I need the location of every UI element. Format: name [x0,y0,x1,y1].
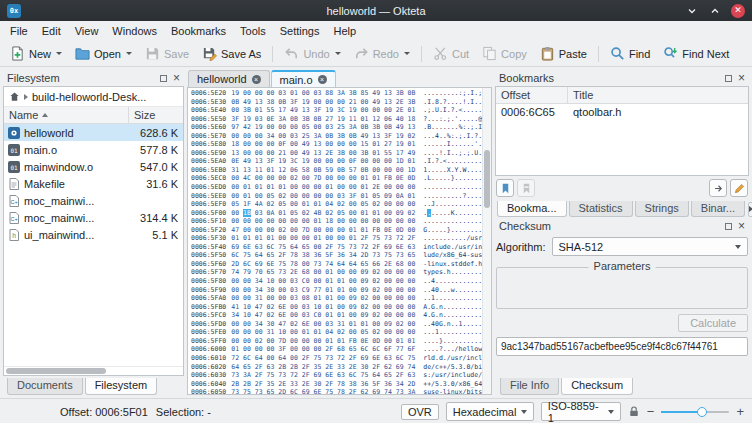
tab-scroll-right-button[interactable] [748,202,752,217]
hex-line[interactable]: 0006:5F4069 6E 63 6C 75 64 65 00 2F 75 7… [191,243,482,252]
char-coding-select[interactable]: ISO-8859-1 [541,402,621,421]
column-header-title[interactable]: Title [568,87,748,103]
hex-line[interactable]: 0006:5F1000 00 00 00 00 00 00 01 18 00 0… [191,217,482,226]
file-row[interactable]: Makefile31.6 K [4,175,183,192]
menu-item-view[interactable]: View [68,23,106,39]
sidetool-tab-0[interactable]: Bookma... [497,201,567,217]
hex-line[interactable]: 0006:5F506C 75 64 65 2F 78 38 36 5F 36 3… [191,251,482,260]
redo-button[interactable]: Redo [348,43,416,64]
hex-line[interactable]: 0006:5E300B 49 13 38 0B 3F 19 00 00 00 2… [191,98,482,107]
rename-bookmark-button[interactable] [730,179,748,197]
checksumtool-tab-0[interactable]: File Info [500,378,559,395]
hex-line[interactable]: 0006:5FA000 00 31 00 00 03 08 01 01 00 0… [191,294,482,303]
tab-close-icon[interactable]: × [252,75,261,84]
add-bookmark-button[interactable] [496,179,514,197]
editor-tab-main.o[interactable]: main.o× [271,70,336,87]
hex-line[interactable]: 0006:5E2019 00 00 00 03 01 00 03 88 3A 3… [191,89,482,98]
hex-line[interactable]: 0006:5EB031 13 11 01 12 06 58 0B 59 0B 5… [191,166,482,175]
hex-line[interactable]: 0006:5EF005 1F 4A 02 05 00 01 01 04 02 0… [191,200,482,209]
home-icon[interactable] [9,91,20,102]
hex-line[interactable]: 0006:5EE000 01 00 05 02 00 00 00 00 03 3… [191,192,482,201]
column-header-size[interactable]: Size [129,107,183,123]
zoom-slider[interactable] [661,404,729,420]
file-row[interactable]: C+moc_mainwi... [4,192,183,209]
float-panel-icon[interactable] [160,75,167,82]
checksumtool-tab-1[interactable]: Checksum [561,378,633,395]
hex-line[interactable]: 0006:5F7074 79 70 65 73 2E 68 00 01 00 0… [191,268,482,277]
hex-line[interactable]: 0006:605073 75 73 65 2D 6C 69 6E 75 78 2… [191,388,482,394]
file-row[interactable]: 01mainwindow.o547.0 K [4,158,183,175]
hex-line[interactable]: 0006:5FC034 10 47 02 6E 00 03 C0 01 01 0… [191,311,482,320]
hex-line[interactable]: 0006:5E7000 00 00 34 00 03 25 3A 0B 3B 0… [191,132,482,141]
close-panel-icon[interactable]: × [738,221,745,231]
hex-line[interactable]: 0006:601072 6C 64 00 64 00 2F 75 73 72 2… [191,354,482,363]
scrollbar-thumb[interactable] [484,150,490,208]
hex-line[interactable]: 0006:5F0000 1B 03 0A 01 05 02 4B 02 05 0… [191,209,482,218]
open-button[interactable]: Open [69,43,138,64]
copy-button[interactable]: Copy [476,43,533,64]
hex-line[interactable]: 0006:603073 3A 2F 75 73 72 2F 69 6E 63 6… [191,371,482,380]
hex-line[interactable]: 0006:5F8000 00 34 10 00 03 C0 00 01 01 0… [191,277,482,286]
sidetool-tab-2[interactable]: Strings [635,201,689,217]
hex-line[interactable]: 0006:5E503F 19 03 0E 3A 0B 3B 0B 27 19 1… [191,115,482,124]
find-button[interactable]: Find [604,43,656,64]
file-row[interactable]: 01main.o577.8 K [4,141,183,158]
hex-line[interactable]: 0006:5F3001 01 01 01 00 00 00 01 00 00 0… [191,234,482,243]
overwrite-mode-button[interactable]: OVR [401,404,439,420]
hex-line[interactable]: 0006:5EA00E 49 13 3F 19 3C 19 00 00 00 0… [191,157,482,166]
menu-item-tools[interactable]: Tools [233,23,273,39]
algorithm-select[interactable]: SHA-512 [552,237,748,256]
hex-line[interactable]: 0006:602064 65 2F 63 2B 2B 2F 35 2E 33 2… [191,363,482,372]
horizontal-scrollbar[interactable] [4,366,183,375]
breadcrumb[interactable]: build-helloworld-Desk... [4,87,183,107]
column-header-offset[interactable]: Offset [496,87,568,103]
scrollbar-thumb[interactable] [6,368,106,374]
hex-line[interactable]: 0006:5EC000 4C 00 00 00 02 00 7D 00 00 0… [191,174,482,183]
minimize-icon[interactable] [685,4,699,18]
hex-line[interactable]: 0006:5FE000 00 00 31 10 00 01 01 04 02 0… [191,328,482,337]
vertical-scrollbar[interactable] [482,88,491,394]
close-panel-icon[interactable]: × [173,73,180,83]
zoom-in-icon[interactable]: + [736,405,744,418]
float-panel-icon[interactable] [725,223,732,230]
hex-line[interactable]: 0006:5E9013 00 00 00 21 00 49 13 2E 3B 0… [191,149,482,158]
slider-handle[interactable] [697,407,707,417]
new-button[interactable]: New [4,43,68,64]
close-panel-icon[interactable]: × [738,73,745,83]
find-next-button[interactable]: Find Next [657,43,735,64]
hex-line[interactable]: 0006:5E8018 00 00 00 0F 00 49 13 00 00 0… [191,140,482,149]
editor-tab-helloworld[interactable]: helloworld× [188,70,270,87]
breadcrumb-folder[interactable]: build-helloworld-Desk... [32,91,146,103]
goto-bookmark-button[interactable] [709,179,727,197]
file-row[interactable]: hui_mainwind...5.1 K [4,226,183,243]
toolview-tab-1[interactable]: Filesystem [85,378,158,395]
paste-button[interactable]: Paste [534,43,593,64]
bookmark-row[interactable]: 0006:6C65qtoolbar.h [496,104,748,120]
menu-item-bookmarks[interactable]: Bookmarks [164,23,233,39]
hex-line[interactable]: 0006:5E4000 3B 01 55 17 49 13 3F 19 3C 1… [191,106,482,115]
maximize-icon[interactable] [708,4,722,18]
remove-bookmark-button[interactable] [517,179,535,197]
hex-view[interactable]: 0006:5E2019 00 00 00 03 01 00 03 88 3A 3… [188,88,482,394]
menu-item-edit[interactable]: Edit [35,23,68,39]
float-panel-icon[interactable] [725,75,732,82]
file-row[interactable]: helloworld628.6 K [4,124,183,141]
save-as-button[interactable]: Save As [196,43,267,64]
hex-line[interactable]: 0006:5FD000 00 34 30 47 02 6E 00 03 31 0… [191,320,482,329]
hex-line[interactable]: 0006:5FB041 10 47 02 6E 00 03 10 01 00 0… [191,303,482,312]
checksum-result-field[interactable]: 9ac1347bad55167acbefbee95ce9f4c8c67f4476… [496,337,748,356]
sidetool-tab-1[interactable]: Statistics [569,201,633,217]
file-row[interactable]: C+moc_mainwi...314.4 K [4,209,183,226]
save-button[interactable]: Save [139,43,195,64]
menu-item-help[interactable]: Help [326,23,363,39]
sidetool-tab-3[interactable]: Binar... [691,201,745,217]
hex-line[interactable]: 0006:60402B 2B 2F 35 2E 33 2E 30 2F 78 3… [191,380,482,389]
lock-icon[interactable] [628,405,640,418]
hex-line[interactable]: 0006:5FF000 00 02 00 7D 00 00 00 01 01 F… [191,337,482,346]
zoom-out-icon[interactable]: − [647,405,655,418]
tab-close-icon[interactable]: × [318,75,327,84]
hex-line[interactable]: 0006:5F2047 00 00 00 02 00 7D 00 00 00 0… [191,226,482,235]
menu-item-file[interactable]: File [3,23,35,39]
hex-line[interactable]: 0006:600001 00 00 00 3F 00 00 00 2F 68 6… [191,345,482,354]
toolview-tab-0[interactable]: Documents [7,378,83,395]
